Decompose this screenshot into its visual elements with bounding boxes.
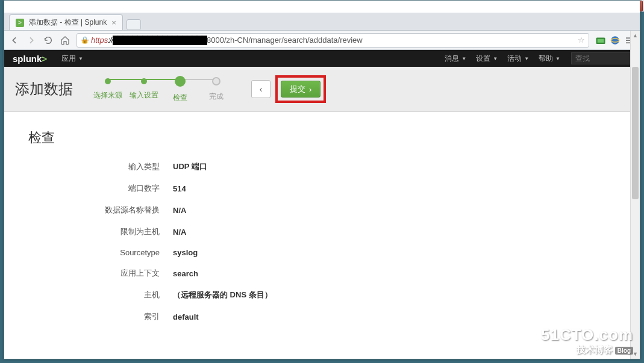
chevron-down-icon: ▼ — [524, 56, 529, 61]
page-title: 添加数据 — [15, 79, 73, 99]
chevron-down-icon: ▼ — [555, 56, 560, 61]
review-value: default — [173, 312, 199, 321]
review-row: 主机（远程服务器的 DNS 条目） — [89, 290, 616, 300]
chevron-left-icon: ‹ — [260, 84, 263, 94]
review-label: 应用上下文 — [89, 268, 173, 279]
menu-settings[interactable]: 设置▼ — [471, 54, 502, 64]
svg-rect-1 — [598, 39, 604, 42]
chevron-down-icon: ▼ — [78, 56, 83, 61]
review-row: Sourcetypesyslog — [89, 248, 616, 257]
svg-point-2 — [611, 36, 619, 45]
review-row: 限制为主机N/A — [89, 226, 616, 237]
review-row: 应用上下文search — [89, 268, 616, 279]
menu-messages[interactable]: 消息▼ — [440, 54, 471, 64]
chevron-down-icon: ▼ — [461, 56, 466, 61]
step-input-settings[interactable]: 输入设置 — [126, 78, 162, 101]
browser-scrollbar[interactable]: ▲ ▼ — [630, 31, 640, 359]
extension-ie-icon[interactable] — [610, 35, 621, 46]
review-label: 主机 — [89, 290, 173, 300]
review-label: 数据源名称替换 — [89, 205, 173, 216]
wizard-submit-button[interactable]: 提交 › — [281, 81, 320, 98]
watermark-line1: 51CTO.com — [541, 326, 633, 344]
url-protocol: https — [91, 36, 108, 45]
review-label: 端口数字 — [89, 183, 173, 194]
browser-window: > 添加数据 - 检查 | Splunk × 🔒 https ://██████… — [4, 0, 640, 359]
section-heading: 检查 — [28, 129, 616, 147]
address-bar[interactable]: 🔒 https ://███████████████████ 8000/zh-C… — [77, 33, 589, 48]
review-value: UDP 端口 — [173, 161, 207, 172]
watermark: 51CTO.com 技术博客Blog — [541, 326, 633, 356]
menu-help[interactable]: 帮助▼ — [534, 54, 565, 64]
wizard-header: 添加数据 选择来源 输入设置 检查 完成 ‹ 提交 › — [4, 67, 640, 112]
splunk-logo[interactable]: splunk> — [13, 54, 47, 64]
wizard-steps: 选择来源 输入设置 检查 完成 — [90, 76, 234, 103]
nav-home-button[interactable] — [60, 35, 70, 46]
submit-highlight-box: 提交 › — [275, 75, 326, 103]
step-connector-line — [108, 79, 216, 80]
review-label: Sourcetype — [89, 248, 173, 257]
review-row: 端口数字514 — [89, 183, 616, 194]
ssl-warning-icon: 🔒 — [81, 36, 89, 44]
review-value: （远程服务器的 DNS 条目） — [173, 290, 272, 300]
nav-back-button[interactable] — [9, 35, 20, 46]
url-path: 8000/zh-CN/manager/search/adddata/review — [207, 36, 363, 45]
extension-icon-1[interactable] — [595, 35, 606, 46]
menu-activity[interactable]: 活动▼ — [502, 54, 534, 64]
browser-tab-active[interactable]: > 添加数据 - 检查 | Splunk × — [9, 14, 123, 30]
wizard-buttons: ‹ 提交 › — [251, 75, 326, 103]
chevron-right-icon: › — [309, 85, 311, 94]
step-done: 完成 — [198, 77, 234, 102]
tab-close-icon[interactable]: × — [111, 18, 116, 27]
review-fields: 输入类型UDP 端口端口数字514数据源名称替换N/A限制为主机N/ASourc… — [89, 161, 616, 322]
splunk-topbar: splunk> 应用▼ 消息▼ 设置▼ 活动▼ 帮助▼ — [4, 50, 640, 67]
url-redacted-host: ://███████████████████ — [108, 36, 207, 45]
review-value: search — [173, 269, 198, 278]
review-value: syslog — [173, 248, 198, 257]
submit-label: 提交 — [290, 84, 305, 95]
scrollbar-thumb[interactable] — [632, 67, 639, 199]
review-label: 索引 — [89, 311, 173, 322]
new-tab-button[interactable] — [127, 19, 141, 30]
review-value: 514 — [173, 184, 186, 193]
nav-forward-button[interactable] — [26, 35, 37, 46]
splunk-search-input[interactable] — [571, 52, 631, 64]
review-value: N/A — [173, 228, 186, 237]
review-value: N/A — [173, 206, 186, 215]
review-row: 输入类型UDP 端口 — [89, 161, 616, 172]
browser-toolbar: 🔒 https ://███████████████████ 8000/zh-C… — [4, 31, 640, 50]
step-select-source[interactable]: 选择来源 — [90, 78, 126, 101]
bookmark-star-icon[interactable]: ☆ — [578, 36, 585, 45]
wizard-back-button[interactable]: ‹ — [251, 80, 270, 98]
scroll-up-icon[interactable]: ▲ — [631, 31, 640, 40]
chevron-down-icon: ▼ — [493, 56, 498, 61]
watermark-line2: 技术博客Blog — [541, 344, 633, 356]
review-label: 限制为主机 — [89, 226, 173, 237]
review-row: 索引default — [89, 311, 616, 322]
favicon-splunk-icon: > — [16, 19, 24, 27]
browser-tabstrip: > 添加数据 - 检查 | Splunk × — [4, 13, 640, 31]
review-row: 数据源名称替换N/A — [89, 205, 616, 216]
browser-tab-title: 添加数据 - 检查 | Splunk — [29, 17, 107, 28]
review-content: 检查 输入类型UDP 端口端口数字514数据源名称替换N/A限制为主机N/ASo… — [4, 112, 640, 350]
browser-extensions — [595, 35, 635, 46]
nav-reload-button[interactable] — [43, 35, 54, 46]
app-menu[interactable]: 应用▼ — [57, 54, 88, 64]
review-label: 输入类型 — [89, 161, 173, 172]
